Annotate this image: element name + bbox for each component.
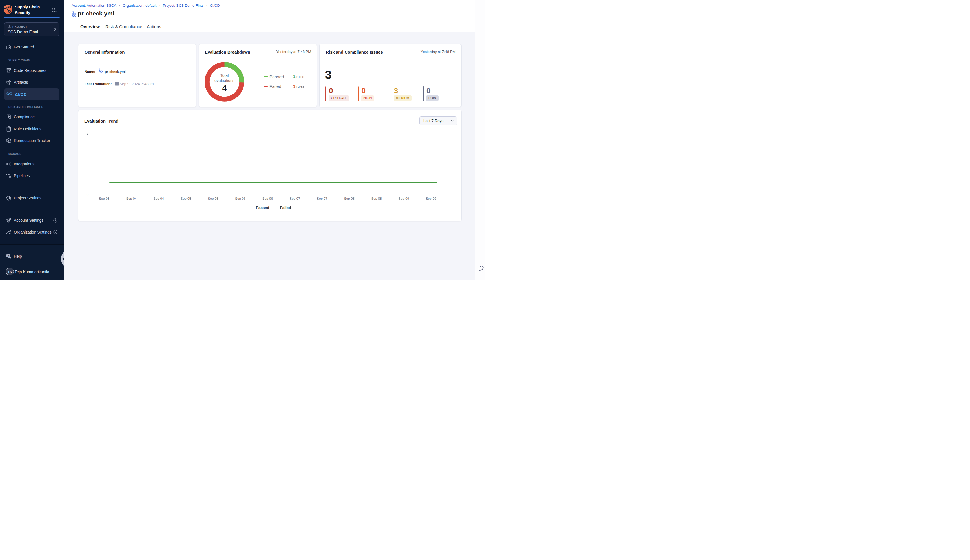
svg-text:?: ? [8,254,9,257]
